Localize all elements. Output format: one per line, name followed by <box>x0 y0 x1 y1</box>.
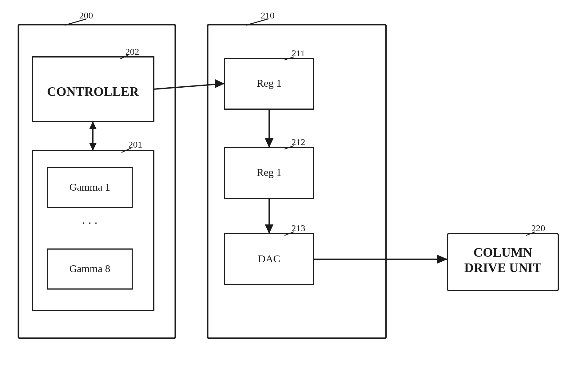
ref-220: 220 <box>531 223 545 233</box>
dac-column-arrow <box>437 255 448 264</box>
ctrl-reg1-arrow <box>215 79 225 88</box>
ctrl-gamma-arrow-down <box>89 143 97 151</box>
reg1-bottom-label: Reg 1 <box>257 167 281 178</box>
ctrl-gamma-arrow-up <box>89 121 97 129</box>
column-drive-line1: COLUMN <box>473 245 532 259</box>
outer-box-210 <box>208 25 386 338</box>
gamma1-label: Gamma 1 <box>69 181 110 193</box>
reg1-reg2-arrow <box>265 138 273 148</box>
ref-210: 210 <box>261 10 275 20</box>
column-drive-line2: DRIVE UNIT <box>464 261 542 275</box>
reg1-top-label: Reg 1 <box>257 77 281 89</box>
diagram-container: 200 202 CONTROLLER 201 Gamma 1 · · · Gam… <box>0 0 577 392</box>
dac-label: DAC <box>258 253 280 264</box>
dots: · · · <box>82 216 97 230</box>
controller-label: CONTROLLER <box>47 85 139 99</box>
ctrl-reg1-line <box>154 84 225 89</box>
ref-200: 200 <box>79 10 93 20</box>
gamma8-label: Gamma 8 <box>69 263 110 274</box>
reg2-dac-arrow <box>265 224 273 234</box>
gamma-group-box <box>32 151 154 311</box>
